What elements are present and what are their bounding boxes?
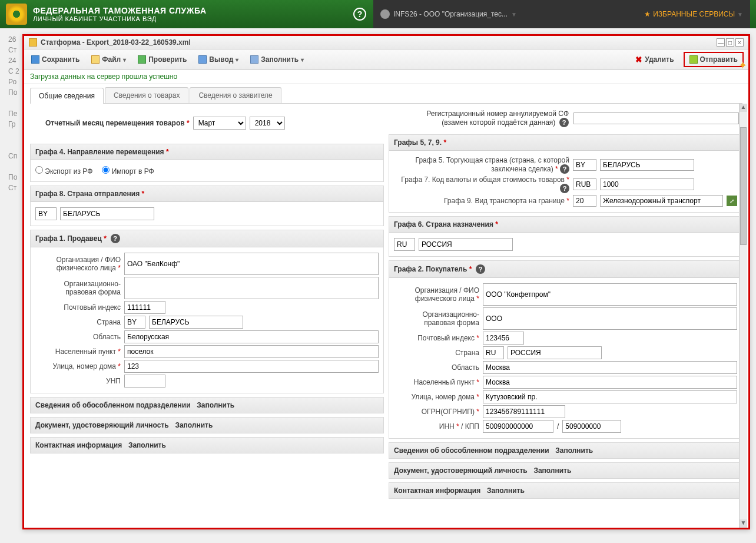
modal-window: Статформа - Export_2018-03-22_160539.xml…: [22, 34, 750, 529]
window-title: Статформа - Export_2018-03-22_160539.xml: [41, 38, 191, 47]
seller-country-name[interactable]: [149, 316, 243, 329]
g8-title: Графа 8. Страна отправления: [35, 190, 140, 198]
tab-goods[interactable]: Сведения о товарах: [105, 87, 188, 103]
check-button[interactable]: Проверить: [135, 54, 189, 65]
export-icon: [198, 55, 207, 64]
minimize-button[interactable]: —: [717, 38, 725, 47]
g9-code[interactable]: [573, 195, 596, 207]
user-icon: [380, 9, 390, 19]
buyer-contact[interactable]: Контактная информация Заполнить: [389, 482, 742, 499]
buyer-postal-input[interactable]: [483, 332, 524, 345]
seller-country-code[interactable]: [124, 316, 145, 329]
panel-g8: Графа 8. Страна отправления *: [30, 186, 384, 226]
g7-value[interactable]: [600, 178, 694, 190]
reg-number-row: Регистрационный номер аннулируемой СФ (в…: [389, 110, 742, 131]
year-select[interactable]: 2018: [250, 117, 285, 130]
buyer-identity[interactable]: Документ, удостоверяющий личность Заполн…: [389, 462, 742, 479]
seller-locality-input[interactable]: [124, 345, 379, 358]
buyer-region-input[interactable]: [483, 361, 737, 374]
g8-name-input[interactable]: [60, 207, 154, 220]
seller-street-input[interactable]: [124, 360, 379, 373]
g5-name[interactable]: [600, 159, 694, 171]
g6-name[interactable]: [419, 238, 513, 251]
fill-menu[interactable]: Заполнить▾: [248, 54, 306, 65]
buyer-kpp-input[interactable]: [562, 420, 621, 433]
g579-title: Графы 5, 7, 9.: [394, 138, 442, 147]
scroll-down[interactable]: ▼: [740, 519, 747, 528]
scroll-up[interactable]: ▲: [740, 104, 747, 112]
tab-applicant[interactable]: Сведения о заявителе: [190, 87, 281, 103]
buyer-org-input[interactable]: [483, 283, 737, 306]
scroll-thumb[interactable]: [740, 127, 747, 245]
reg-number-input[interactable]: [573, 112, 739, 124]
scrollbar[interactable]: ▲ ▼: [739, 104, 747, 528]
save-icon: [31, 55, 39, 64]
g8-code-input[interactable]: [35, 207, 57, 220]
buyer-street-input[interactable]: [483, 390, 737, 403]
emblem-icon: [6, 4, 27, 25]
right-nav: INFS26 - ООО "Организация_тес... ▼ ★ ИЗБ…: [373, 0, 750, 28]
window-titlebar: Статформа - Export_2018-03-22_160539.xml…: [24, 36, 748, 49]
buyer-country-name[interactable]: [508, 346, 602, 359]
expand-icon[interactable]: ⤢: [727, 196, 737, 206]
g6-code[interactable]: [394, 238, 415, 251]
g6-title: Графа 6. Страна назначения: [394, 220, 493, 229]
chevron-down-icon: ▾: [236, 57, 238, 63]
buyer-division[interactable]: Сведения об обособленном подразделении З…: [389, 442, 742, 459]
seller-contact[interactable]: Контактная информация Заполнить: [30, 437, 384, 453]
tabs: Общие сведения Сведения о товарах Сведен…: [30, 87, 742, 104]
toolbar: Сохранить Файл▾ Проверить Вывод▾ Заполни…: [24, 49, 748, 70]
g2-title: Графа 2. Покупатель: [394, 265, 467, 273]
obscured-background: 26Ст24С 2РоПоПеГрСпПоСт: [8, 34, 19, 193]
buyer-country-code[interactable]: [483, 346, 504, 359]
user-label: INFS26 - ООО "Организация_тес...: [393, 10, 508, 18]
reg-label-1: Регистрационный номер аннулируемой СФ: [392, 110, 569, 118]
buyer-inn-input[interactable]: [483, 420, 553, 433]
file-menu[interactable]: Файл▾: [89, 54, 128, 65]
close-button[interactable]: ×: [735, 38, 744, 47]
org-subtitle: ЛИЧНЫЙ КАБИНЕТ УЧАСТНИКА ВЭД: [33, 15, 207, 22]
document-icon: [29, 38, 37, 47]
month-select[interactable]: Март: [193, 117, 246, 130]
favorites-menu[interactable]: ★ ИЗБРАННЫЕ СЕРВИСЫ ▼: [644, 10, 743, 18]
send-button[interactable]: Отправить: [687, 54, 740, 65]
seller-org-input[interactable]: [124, 253, 379, 275]
reg-label-2: (взамен которой подаётся данная): [442, 118, 555, 127]
buyer-ogrn-input[interactable]: [483, 405, 565, 418]
delete-button[interactable]: ✖Удалить: [633, 54, 676, 65]
panel-g6: Графа 6. Страна назначения *: [389, 216, 742, 257]
help-icon[interactable]: ?: [476, 264, 485, 274]
save-button[interactable]: Сохранить: [29, 54, 82, 65]
org-title: ФЕДЕРАЛЬНАЯ ТАМОЖЕННАЯ СЛУЖБА: [33, 6, 207, 15]
seller-division[interactable]: Сведения об обособленном подразделении З…: [30, 397, 384, 413]
chevron-down-icon: ▼: [737, 11, 743, 18]
export-menu[interactable]: Вывод▾: [196, 54, 241, 65]
g7-code[interactable]: [573, 178, 596, 190]
help-icon[interactable]: ?: [559, 118, 569, 127]
form-area: Отчетный месяц перемещения товаров * Мар…: [24, 104, 748, 528]
user-menu[interactable]: INFS26 - ООО "Организация_тес... ▼: [380, 9, 517, 19]
help-icon[interactable]: ?: [560, 164, 569, 174]
radio-import[interactable]: Импорт в РФ: [102, 166, 154, 176]
radio-export[interactable]: Экспорт из РФ: [35, 166, 92, 176]
help-icon[interactable]: ?: [560, 184, 569, 193]
seller-unp-input[interactable]: [124, 375, 165, 388]
buyer-locality-input[interactable]: [483, 376, 737, 389]
tab-general[interactable]: Общие сведения: [30, 88, 104, 104]
help-icon[interactable]: ?: [111, 234, 120, 243]
panel-g579: Графы 5, 7, 9. * Графа 5. Торгующая стра…: [389, 134, 742, 213]
g9-name[interactable]: [600, 195, 723, 207]
star-icon: ★: [644, 10, 651, 18]
send-icon: [689, 55, 698, 64]
help-icon[interactable]: ?: [353, 8, 366, 21]
seller-postal-input[interactable]: [124, 301, 165, 314]
maximize-button[interactable]: □: [726, 38, 734, 47]
seller-identity[interactable]: Документ, удостоверяющий личность Заполн…: [30, 417, 384, 433]
buyer-legal-input[interactable]: [483, 307, 737, 330]
g5-code[interactable]: [573, 159, 596, 171]
fav-label: ИЗБРАННЫЕ СЕРВИСЫ: [653, 10, 735, 18]
seller-legal-input[interactable]: [124, 277, 379, 299]
seller-region-input[interactable]: [124, 330, 379, 343]
fill-icon: [250, 55, 258, 64]
g1-title: Графа 1. Продавец: [35, 234, 102, 243]
